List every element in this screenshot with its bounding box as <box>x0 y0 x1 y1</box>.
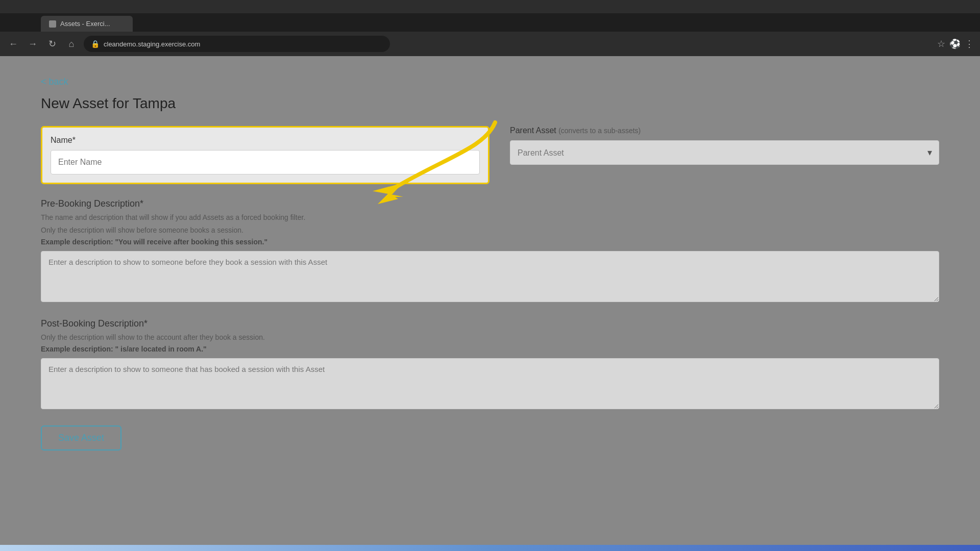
pre-booking-textarea[interactable] <box>41 251 939 302</box>
save-asset-button[interactable]: Save Asset <box>41 425 121 450</box>
menu-icon[interactable]: ⋮ <box>965 38 974 49</box>
page-title: New Asset for Tampa <box>41 95 939 112</box>
post-booking-textarea[interactable] <box>41 358 939 409</box>
parent-asset-label: Parent Asset (converts to a sub-assets) <box>510 126 939 135</box>
browser-tab[interactable]: Assets - Exerci... <box>41 16 133 32</box>
star-icon[interactable]: ☆ <box>937 38 945 49</box>
tab-favicon <box>49 20 56 28</box>
back-link[interactable]: < back <box>41 77 68 87</box>
parent-asset-section: Parent Asset (converts to a sub-assets) … <box>510 126 939 184</box>
pre-booking-section: Pre-Booking Description* The name and de… <box>41 198 939 304</box>
extensions-icon[interactable]: ⚽ <box>949 38 961 49</box>
browser-actions: ☆ ⚽ ⋮ <box>937 38 974 49</box>
url-text: cleandemo.staging.exercise.com <box>104 40 200 48</box>
back-nav-button[interactable]: ← <box>6 37 20 51</box>
pre-booking-title: Pre-Booking Description* <box>41 198 939 209</box>
bottom-gradient <box>0 545 980 551</box>
post-booking-title: Post-Booking Description* <box>41 318 939 329</box>
home-button[interactable]: ⌂ <box>64 37 79 51</box>
page-content: < back New Asset for Tampa Name* Parent … <box>0 56 980 551</box>
name-input[interactable] <box>51 150 480 174</box>
pre-booking-desc1: The name and description that will show … <box>41 212 939 223</box>
top-form-row: Name* Parent Asset (converts to a sub-as… <box>41 126 939 184</box>
tab-title: Assets - Exerci... <box>60 20 110 28</box>
name-label: Name* <box>51 136 480 145</box>
parent-asset-select[interactable]: Parent Asset <box>510 140 939 165</box>
forward-nav-button[interactable]: → <box>26 37 40 51</box>
parent-asset-select-wrapper: Parent Asset <box>510 140 939 165</box>
post-booking-desc: Only the description will show to the ac… <box>41 332 939 343</box>
lock-icon: 🔒 <box>91 40 100 48</box>
address-bar[interactable]: 🔒 cleandemo.staging.exercise.com <box>84 36 390 52</box>
reload-button[interactable]: ↻ <box>45 37 59 51</box>
browser-toolbar: ← → ↻ ⌂ 🔒 cleandemo.staging.exercise.com… <box>0 32 980 56</box>
name-field-wrapper: Name* <box>41 126 489 184</box>
post-booking-example: Example description: " is/are located in… <box>41 345 939 353</box>
pre-booking-desc2: Only the description will show before so… <box>41 225 939 236</box>
post-booking-section: Post-Booking Description* Only the descr… <box>41 318 939 411</box>
pre-booking-example: Example description: "You will receive a… <box>41 238 939 246</box>
